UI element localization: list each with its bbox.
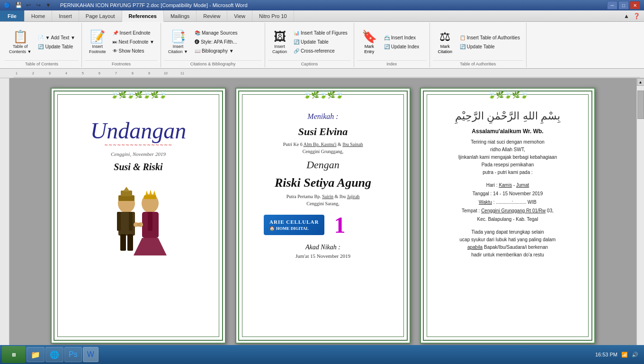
taskbar: ⊞ 📁 🌐 Ps W 16:53 PM 📶 🔊 [0, 345, 644, 364]
footnotes-small-buttons: 📌 Insert Endnote ⏭ Next Footnote ▼ 👁 Sho… [110, 25, 157, 59]
network-icon: 📶 [621, 352, 628, 358]
cross-reference-btn[interactable]: 🔗 Cross-reference [291, 47, 350, 55]
tab-review[interactable]: Review [197, 10, 227, 21]
toc-update-btn[interactable]: 🔄 Update Table [36, 43, 78, 51]
tab-references[interactable]: References [122, 10, 164, 22]
vertical-scrollbar[interactable]: ▲ ▼ [636, 78, 644, 353]
mark-citation-label: MarkCitation [438, 44, 453, 55]
mark-entry-label: MarkEntry [364, 44, 374, 55]
caption-label: InsertCaption [272, 44, 287, 55]
svg-rect-25 [148, 212, 152, 231]
bibliography-btn[interactable]: 📖 Bibliography ▼ [192, 47, 240, 55]
page1-decoration: 🍃🌿🍃🌿🍃🌿🍃 [110, 91, 167, 99]
ruler-svg: 123 456 789 1011 [13, 69, 640, 78]
svg-text:9: 9 [148, 72, 150, 75]
save-qat-btn[interactable]: 💾 [14, 1, 23, 9]
redo-qat-btn[interactable]: ↪ [34, 1, 43, 9]
update-table-cap-icon: 🔄 [294, 39, 299, 45]
tab-insert[interactable]: Insert [52, 10, 79, 21]
minimize-btn[interactable]: ─ [607, 1, 617, 9]
page3-closing: Tiada yang dapat terungkap selain ucap s… [426, 228, 590, 259]
cross-ref-label: Cross-reference [301, 48, 335, 54]
word-icon: W [87, 350, 94, 359]
page2-ad-area: ARIE CELLULAR 🏠 HOME DIGITAL 1 [264, 212, 382, 238]
tab-nitro[interactable]: Nitro Pro 10 [252, 10, 294, 21]
close-btn[interactable]: ✕ [630, 1, 640, 9]
tab-page-layout[interactable]: Page Layout [79, 10, 122, 21]
start-button[interactable]: ⊞ [2, 346, 26, 363]
qat-more-btn[interactable]: ▼ [44, 1, 53, 9]
help-btn[interactable]: ❓ [633, 13, 640, 19]
next-fn-label: Next Footnote ▼ [119, 39, 155, 45]
insert-caption-btn[interactable]: 🖼 InsertCaption [269, 25, 290, 59]
captions-group-title: Captions [268, 60, 351, 66]
svg-text:7: 7 [115, 72, 117, 75]
insert-footnote-btn[interactable]: 📝 InsertFootnote [86, 25, 109, 59]
title-bar: 🔵 💾 ↩ ↪ ▼ PERNIKAHAN ICON PAYUNG P77F 2.… [0, 0, 644, 10]
insert-citation-btn[interactable]: 📑 InsertCitation ▼ [165, 25, 191, 59]
toc-label: Table ofContents ▼ [9, 44, 31, 55]
insert-index-btn[interactable]: 📇 Insert Index [382, 34, 422, 42]
add-text-btn[interactable]: 📄 ▼ Add Text ▼ [36, 34, 78, 42]
update-index-btn[interactable]: 🔄 Update Index [382, 43, 422, 51]
mark-citation-btn[interactable]: ⚖ MarkCitation [434, 25, 456, 59]
title-text: PERNIKAHAN ICON PAYUNG P77F 2.doc [Compa… [60, 2, 248, 8]
mark-entry-btn[interactable]: 🔖 MarkEntry [358, 25, 381, 59]
citations-small-buttons: 📚 Manage Sources 🅐 Style: APA Fifth... 📖… [192, 25, 240, 59]
insert-index-icon: 📇 [384, 35, 390, 40]
taskbar-word[interactable]: W [83, 347, 98, 362]
scroll-track[interactable] [637, 86, 644, 346]
undo-qat-btn[interactable]: ↩ [24, 1, 33, 9]
page3-decoration: 🍃🌿🍃🌿🍃 [488, 91, 528, 99]
taskbar-photoshop[interactable]: Ps [64, 347, 82, 362]
page3-body1: Teriring niat suci dengan memohon [429, 138, 586, 146]
svg-rect-31 [137, 223, 141, 227]
insert-endnote-btn[interactable]: 📌 Insert Endnote [110, 29, 157, 37]
ribbon-group-authorities: ⚖ MarkCitation 📋 Insert Table of Authori… [430, 23, 527, 67]
tab-mailings[interactable]: Mailings [164, 10, 197, 21]
insert-auth-icon: 📋 [460, 35, 465, 40]
manage-sources-btn[interactable]: 📚 Manage Sources [192, 29, 240, 37]
manage-sources-icon: 📚 [195, 30, 200, 36]
svg-text:10: 10 [164, 72, 168, 75]
scroll-thumb[interactable] [637, 91, 644, 119]
mark-entry-icon: 🔖 [362, 29, 377, 44]
page2-decoration: 🍃🌿🍃🌿🍃 [303, 91, 343, 99]
next-footnote-btn[interactable]: ⏭ Next Footnote ▼ [110, 38, 157, 46]
page2-bride-name: Susi Elvina [241, 126, 405, 138]
show-notes-btn[interactable]: 👁 Show Notes [110, 47, 157, 55]
scroll-up-btn[interactable]: ▲ [637, 78, 644, 86]
toc-small-buttons: 📄 ▼ Add Text ▼ 🔄 Update Table [36, 25, 78, 59]
tab-view[interactable]: View [227, 10, 252, 21]
page3-body2: ridho Allah SWT, [429, 146, 586, 154]
page3-waktu: Waktu : ............:.......... WIB [426, 198, 590, 207]
svg-rect-14 [117, 212, 121, 231]
page1-names: Susi & Riski [56, 162, 220, 173]
tab-file[interactable]: File [0, 10, 25, 21]
vertical-ruler [0, 78, 9, 353]
ribbon-collapse-btn[interactable]: ▲ [624, 13, 629, 19]
taskbar-browser[interactable]: 🌐 [45, 347, 63, 362]
toc-button[interactable]: 📋 Table ofContents ▼ [6, 25, 35, 59]
toc-group-title: Table of Contents [5, 60, 79, 66]
footnotes-group-title: Footnotes [85, 60, 158, 66]
insert-table-figures-btn[interactable]: 📊 Insert Table of Figures [291, 29, 350, 37]
insert-table-auth-btn[interactable]: 📋 Insert Table of Authorities [457, 34, 522, 42]
word-logo-icon: 🔵 [4, 2, 10, 9]
endnote-icon: 📌 [113, 30, 118, 36]
taskbar-explorer[interactable]: 📁 [27, 347, 45, 362]
maximize-btn[interactable]: □ [618, 1, 629, 9]
page-1: 🍃🌿🍃🌿🍃🌿🍃 Undangan ∼∼∼∼∼∼∼∼∼∼∼∼∼∼∼∼ Cenggi… [51, 88, 226, 344]
explorer-icon: 📁 [31, 350, 40, 359]
svg-rect-15 [129, 212, 133, 231]
svg-marker-29 [153, 191, 156, 195]
tab-home[interactable]: Home [25, 10, 52, 21]
style-btn[interactable]: 🅐 Style: APA Fifth... [192, 38, 240, 46]
update-table-auth-btn[interactable]: 🔄 Update Table [457, 43, 522, 51]
page1-undangan: Undangan [56, 119, 220, 142]
show-notes-icon: 👁 [113, 48, 117, 54]
update-table-cap-btn[interactable]: 🔄 Update Table [291, 38, 350, 46]
update-auth-label: Update Table [467, 44, 495, 49]
page3-tanggal: Tanggal : 14 - 15 November 2019 [426, 190, 590, 198]
bibliography-label: Bibliography ▼ [202, 48, 234, 54]
